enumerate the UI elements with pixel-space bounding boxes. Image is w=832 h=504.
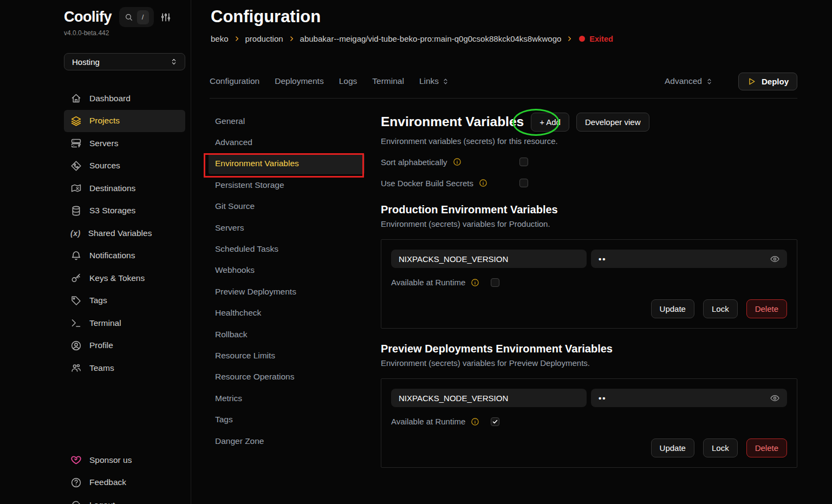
sort-alphabetically-checkbox[interactable] [519, 158, 528, 166]
subnav-item-resource-operations[interactable]: Resource Operations [209, 366, 365, 388]
sidebar-item-tags[interactable]: Tags [64, 290, 185, 312]
map-icon [70, 182, 82, 194]
sidebar-item-notifications[interactable]: Notifications [64, 245, 185, 267]
tab-deployments[interactable]: Deployments [275, 76, 323, 86]
subnav-item-git-source[interactable]: Git Source [209, 196, 365, 217]
sidebar-item-sources[interactable]: Sources [64, 155, 185, 178]
section-description: Environment variables (secrets) for this… [381, 136, 797, 146]
sidebar-item-label: Logout [89, 500, 115, 504]
sidebar-item-destinations[interactable]: Destinations [64, 177, 185, 200]
sidebar-item-logout[interactable]: Logout [64, 494, 185, 504]
tab-terminal[interactable]: Terminal [372, 76, 404, 86]
subnav-item-resource-limits[interactable]: Resource Limits [209, 345, 365, 366]
subnav-item-general[interactable]: General [209, 110, 365, 132]
team-select[interactable]: Hosting [64, 53, 185, 70]
sidebar-item-profile[interactable]: Profile [64, 335, 185, 357]
sidebar-item-terminal[interactable]: Terminal [64, 312, 185, 335]
subnav-item-preview-deployments[interactable]: Preview Deployments [209, 281, 365, 302]
user-circle-icon [70, 340, 82, 351]
sidebar-item-dashboard[interactable]: Dashboard [64, 87, 185, 110]
variable-name-input[interactable] [391, 250, 587, 268]
tab-links-label: Links [419, 76, 439, 86]
help-circle-icon [70, 477, 82, 488]
subnav-item-healthcheck[interactable]: Healthcheck [209, 303, 365, 324]
available-at-runtime-checkbox[interactable] [491, 417, 499, 426]
deploy-button[interactable]: Deploy [738, 73, 797, 90]
tab-links[interactable]: Links [419, 76, 450, 86]
info-icon[interactable] [453, 158, 461, 166]
subnav-item-danger-zone[interactable]: Danger Zone [209, 430, 365, 451]
main-content: Environment Variables + Add Developer vi… [381, 110, 797, 468]
advanced-dropdown-label: Advanced [665, 76, 702, 86]
info-icon[interactable] [479, 179, 487, 187]
delete-button[interactable]: Delete [746, 438, 787, 457]
sidebar-item-feedback[interactable]: Feedback [64, 472, 185, 494]
sidebar-item-teams[interactable]: Teams [64, 357, 185, 379]
sidebar-item-sponsor[interactable]: Sponsor us [64, 449, 185, 472]
info-icon[interactable] [471, 417, 479, 426]
sidebar-item-servers[interactable]: Servers [64, 132, 185, 155]
production-section-title: Production Environment Variables [381, 204, 797, 216]
docker-build-secrets-checkbox[interactable] [519, 179, 528, 187]
tab-logs[interactable]: Logs [339, 76, 358, 86]
search-shortcut-key: / [137, 10, 149, 24]
server-icon [70, 138, 82, 149]
info-icon[interactable] [471, 278, 479, 287]
eye-icon[interactable] [770, 393, 780, 403]
subnav-item-scheduled-tasks[interactable]: Scheduled Tasks [209, 238, 365, 259]
sidebar-footer-nav: Sponsor us Feedback Logout [64, 449, 185, 504]
logout-icon [70, 499, 82, 504]
update-button[interactable]: Update [651, 438, 694, 457]
sidebar-item-keys-tokens[interactable]: Keys & Tokens [64, 267, 185, 290]
subnav-item-tags[interactable]: Tags [209, 409, 365, 430]
home-icon [70, 93, 82, 104]
advanced-dropdown[interactable]: Advanced [665, 76, 713, 86]
lock-button[interactable]: Lock [703, 438, 738, 457]
sidebar-item-label: Projects [89, 116, 120, 126]
status-dot-icon [579, 36, 585, 42]
breadcrumb-environment[interactable]: production [245, 34, 283, 43]
variable-value-input[interactable]: •• [591, 389, 787, 407]
lock-button[interactable]: Lock [703, 299, 738, 318]
tab-configuration[interactable]: Configuration [210, 76, 259, 86]
subnav-item-advanced[interactable]: Advanced [209, 132, 365, 153]
subnav-item-rollback[interactable]: Rollback [209, 324, 365, 345]
sliders-icon [160, 12, 171, 23]
app-logo: Coolify [64, 9, 112, 25]
add-variable-button[interactable]: + Add [531, 113, 569, 132]
settings-sliders-button[interactable] [160, 12, 171, 23]
deploy-button-label: Deploy [762, 77, 789, 86]
subnav-item-metrics[interactable]: Metrics [209, 388, 365, 409]
global-search-button[interactable]: / [119, 7, 154, 27]
subnav-item-webhooks[interactable]: Webhooks [209, 260, 365, 281]
sidebar-item-projects[interactable]: Projects [64, 110, 185, 133]
developer-view-button[interactable]: Developer view [576, 113, 649, 132]
breadcrumb-team[interactable]: beko [211, 34, 229, 43]
layers-icon [70, 115, 82, 127]
variable-value-input[interactable]: •• [591, 250, 787, 268]
sidebar-item-label: Sponsor us [89, 455, 132, 465]
tab-bar: Configuration Deployments Logs Terminal … [210, 71, 797, 91]
sidebar-item-shared-variables[interactable]: (x) Shared Variables [64, 222, 185, 245]
available-at-runtime-checkbox[interactable] [491, 278, 499, 287]
breadcrumb-resource[interactable]: abubakar--meigag/vid-tube-beko-pro:main-… [300, 34, 562, 43]
eye-icon[interactable] [770, 254, 780, 264]
sort-alphabetically-row: Sort alphabetically [381, 157, 797, 167]
team-select-value: Hosting [72, 57, 170, 67]
update-button[interactable]: Update [651, 299, 694, 318]
sidebar-item-label: Shared Variables [88, 228, 152, 238]
sidebar-item-s3-storages[interactable]: S3 Storages [64, 200, 185, 222]
sort-alphabetically-label: Sort alphabetically [381, 158, 447, 167]
subnav-item-environment-variables[interactable]: Environment Variables [209, 153, 365, 174]
chevron-right-icon [288, 35, 295, 42]
sidebar-nav: Dashboard Projects Servers Sources Desti… [64, 87, 185, 379]
page-title: Configuration [211, 7, 321, 27]
sidebar-item-label: Terminal [89, 318, 121, 328]
docker-build-secrets-label: Use Docker Build Secrets [381, 179, 473, 188]
chevron-up-down-icon [170, 57, 178, 66]
variable-name-input[interactable] [391, 389, 587, 407]
subnav-item-servers[interactable]: Servers [209, 217, 365, 238]
tabs-divider [210, 98, 797, 99]
delete-button[interactable]: Delete [746, 299, 787, 318]
subnav-item-persistent-storage[interactable]: Persistent Storage [209, 174, 365, 195]
